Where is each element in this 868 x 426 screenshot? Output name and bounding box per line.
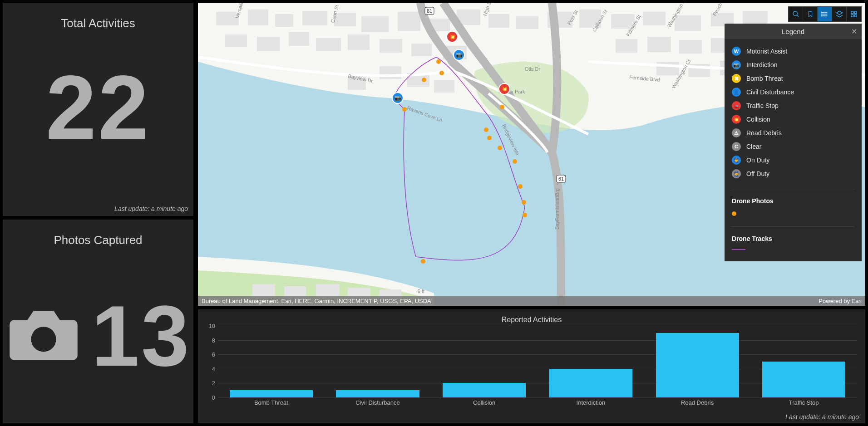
map-search-button[interactable] [789,7,803,21]
legend-item-label: Road Debris [746,129,782,137]
svg-rect-33 [656,62,679,75]
map-layers-button[interactable] [832,7,847,21]
svg-point-56 [513,159,517,164]
legend-item: 👮On Duty [732,153,854,167]
chart-bar[interactable] [230,390,313,397]
legend-item: 🚗Traffic Stop [732,99,854,113]
chart-y-tick: 8 [206,337,215,343]
svg-text:💥: 💥 [449,33,456,40]
legend-drone-photo-swatch [732,209,854,218]
svg-point-53 [484,127,488,132]
map-marker-interdiction[interactable]: 📷 [454,49,464,60]
legend-item: 💥Collision [732,113,854,126]
svg-point-55 [498,146,502,150]
svg-rect-42 [316,284,340,297]
svg-text:📷: 📷 [395,94,401,101]
total-activities-panel: Total Activities 22 Last update: a minut… [3,3,193,216]
svg-rect-81 [851,15,853,17]
legend-item-label: Motorist Assist [746,48,787,55]
photos-captured-panel: Photos Captured 13 [3,220,193,423]
legend-item-label: Collision [746,116,770,123]
total-activities-value: 22 [3,62,193,153]
legend-drone-tracks-title: Drone Tracks [732,235,854,242]
map-toolbar [788,6,862,22]
chart-bar[interactable] [549,369,632,397]
svg-point-52 [439,71,444,75]
legend-item: 📷Interdiction [732,58,854,72]
svg-point-58 [522,200,526,205]
legend-drone-track-swatch [732,247,854,252]
legend-item-label: On Duty [746,157,769,164]
legend-title: Legend [782,28,804,35]
svg-rect-80 [854,11,857,14]
svg-point-0 [31,327,56,352]
svg-rect-12 [516,16,538,29]
legend-item-icon: 📷 [732,60,741,69]
svg-rect-7 [361,16,389,32]
map-marker-interdiction[interactable]: 📷 [392,93,403,103]
svg-rect-6 [334,13,356,26]
map-marker-collision[interactable]: 💥 [499,83,510,94]
svg-rect-8 [398,12,420,31]
legend-close-button[interactable]: ✕ [851,27,857,36]
chart-bar[interactable] [336,390,419,397]
svg-rect-36 [380,66,401,79]
svg-point-70 [793,11,797,15]
legend-item-label: Bomb Threat [746,75,783,82]
photos-captured-value: 13 [91,293,191,379]
svg-rect-5 [302,11,327,25]
legend-drone-photos-title: Drone Photos [732,197,854,205]
legend-item: 👤Civil Disturbance [732,85,854,99]
svg-point-76 [821,14,822,14]
svg-rect-22 [289,32,309,46]
legend-item-icon: W [732,47,741,56]
legend-item-icon: 👮 [732,169,741,178]
svg-rect-29 [647,37,671,52]
legend-item: ✖Bomb Threat [732,72,854,85]
chart-last-update: Last update: a minute ago [785,413,859,421]
svg-text:📷: 📷 [456,51,463,58]
attribution-text: Bureau of Land Management, Esri, HERE, G… [202,298,431,304]
legend-item-label: Interdiction [746,61,777,69]
legend-item-icon: ⚠ [732,128,741,137]
svg-rect-82 [854,15,857,17]
chart-x-label: Traffic Stop [750,397,857,407]
street-label: BayFarmIslandBrg [554,188,560,230]
chart-bar[interactable] [762,362,845,397]
total-activities-title: Total Activities [3,3,193,30]
reported-activities-chart: Reported Activities 0246810 Bomb ThreatC… [198,309,865,423]
svg-point-75 [821,12,822,12]
chart-title: Reported Activities [206,313,857,326]
map-bookmark-button[interactable] [803,7,818,21]
legend-item-icon: 💥 [732,115,741,124]
svg-rect-40 [252,284,275,297]
svg-rect-17 [675,15,701,31]
chart-x-label: Bomb Threat [218,397,325,407]
legend-item-icon: 👮 [732,156,741,165]
legend-item-label: Traffic Stop [746,102,779,109]
chart-y-tick: 6 [206,351,215,358]
svg-rect-21 [257,37,280,51]
street-label: Otis Dr [525,66,541,72]
svg-text:61: 61 [427,8,432,14]
svg-rect-4 [275,14,293,27]
chart-bar[interactable] [443,383,526,397]
map[interactable]: 61 61 Bayview Dr Ravens Cove Ln Otis Dr … [198,3,865,306]
map-attribution: Bureau of Land Management, Esri, HERE, G… [198,296,865,306]
svg-rect-79 [851,11,853,14]
total-activities-last-update: Last update: a minute ago [114,205,188,212]
svg-rect-11 [488,14,509,28]
svg-point-51 [436,59,441,64]
svg-line-71 [797,15,799,17]
legend-item-icon: 🚗 [732,101,741,110]
map-legend-button[interactable] [818,7,832,21]
chart-x-label: Interdiction [538,397,644,407]
chart-x-label: Road Debris [644,397,751,407]
map-basemap-button[interactable] [847,7,861,21]
svg-rect-16 [643,12,666,25]
legend-item: CClear [732,140,854,153]
map-marker-collision[interactable]: 💥 [447,31,458,42]
svg-rect-26 [411,44,432,56]
legend-item-icon: ✖ [732,74,741,83]
chart-bar[interactable] [656,333,739,397]
